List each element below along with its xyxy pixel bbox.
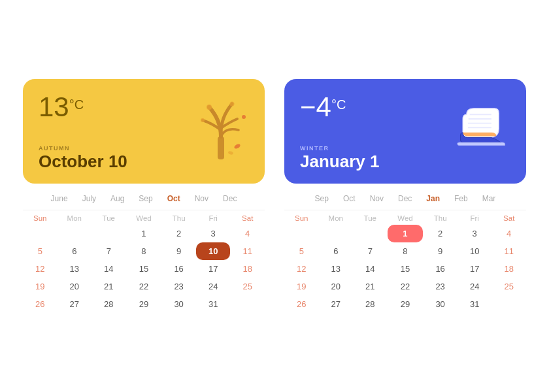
month-oct[interactable]: Oct	[341, 193, 358, 204]
winter-unit: °C	[331, 97, 346, 112]
winter-weather-card: −4 °C WINTER January 1	[284, 79, 526, 184]
col-wed: Wed	[388, 212, 424, 225]
table-row: 1 2 3 4	[284, 225, 526, 242]
month-feb[interactable]: Feb	[452, 193, 471, 204]
month-oct[interactable]: Oct	[165, 193, 183, 204]
table-row: 12 13 14 15 16 17 18	[23, 260, 265, 278]
month-aug[interactable]: Aug	[108, 193, 127, 204]
col-sat: Sat	[230, 212, 265, 225]
col-wed: Wed	[126, 212, 162, 225]
table-row: 5 6 7 8 9 10 11	[23, 242, 265, 260]
autumn-month-nav: June July Aug Sep Oct Nov Dec	[23, 184, 265, 208]
col-thu: Thu	[423, 212, 458, 225]
col-mon: Mon	[58, 212, 92, 225]
month-sep[interactable]: Sep	[312, 193, 331, 204]
table-row: 26 27 28 29 30 31	[23, 295, 265, 313]
svg-point-4	[201, 118, 205, 122]
table-row: 12 13 14 15 16 17 18	[284, 260, 526, 278]
main-container: 13 °C AUTUMN October 10	[10, 66, 539, 326]
col-sun: Sun	[23, 212, 58, 225]
month-dec[interactable]: Dec	[395, 193, 414, 204]
table-row: 5 6 7 8 9 10 11	[284, 242, 526, 260]
winter-temp: −4	[300, 93, 331, 121]
svg-point-3	[242, 115, 246, 119]
autumn-temp: 13	[39, 93, 69, 121]
month-nov[interactable]: Nov	[192, 193, 211, 204]
winter-month-nav: Sep Oct Nov Dec Jan Feb Mar	[284, 184, 526, 208]
winter-cal-grid: Sun Mon Tue Wed Thu Fri Sat 1 2 3 4	[284, 212, 526, 313]
month-mar[interactable]: Mar	[480, 193, 499, 204]
month-dec[interactable]: Dec	[220, 193, 239, 204]
table-row: 19 20 21 22 23 24 25	[284, 278, 526, 295]
autumn-weather-card: 13 °C AUTUMN October 10	[23, 79, 265, 184]
month-jan[interactable]: Jan	[424, 193, 442, 204]
col-tue: Tue	[92, 212, 126, 225]
autumn-cal-grid: Sun Mon Tue Wed Thu Fri Sat 1 2 3 4	[23, 212, 265, 313]
table-row: 26 27 28 29 30 31	[284, 295, 526, 313]
autumn-unit: °C	[69, 97, 84, 112]
col-sun: Sun	[284, 212, 319, 225]
col-mon: Mon	[319, 212, 354, 225]
col-tue: Tue	[353, 212, 388, 225]
svg-rect-0	[218, 137, 224, 159]
svg-point-1	[207, 105, 212, 110]
table-row: 1 2 3 4	[23, 225, 265, 242]
svg-point-6	[227, 150, 233, 155]
col-thu: Thu	[161, 212, 196, 225]
winter-skate-icon	[454, 104, 513, 159]
autumn-calendar: 13 °C AUTUMN October 10	[23, 79, 265, 313]
month-sep[interactable]: Sep	[136, 193, 155, 204]
month-july[interactable]: July	[80, 193, 99, 204]
col-sat: Sat	[491, 212, 526, 225]
col-fri: Fri	[196, 212, 231, 225]
table-row: 19 20 21 22 23 24 25	[23, 278, 265, 295]
svg-point-2	[230, 102, 235, 106]
month-june[interactable]: June	[48, 193, 71, 204]
svg-point-5	[233, 143, 241, 150]
winter-calendar: −4 °C WINTER January 1	[284, 79, 526, 313]
month-nov[interactable]: Nov	[367, 193, 386, 204]
autumn-tree-icon	[193, 94, 252, 169]
col-fri: Fri	[458, 212, 492, 225]
